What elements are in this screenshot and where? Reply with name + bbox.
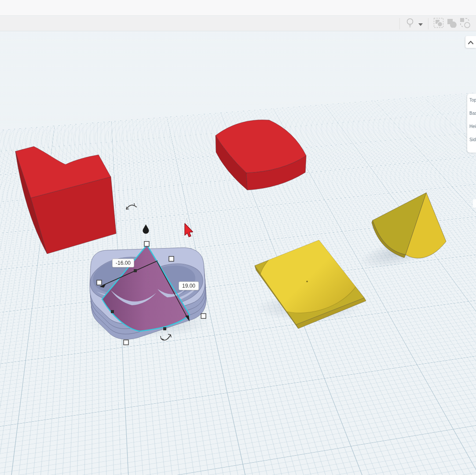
- ungroup-icon: [459, 17, 471, 30]
- shape-inspector-panel[interactable]: Top Bas Hei Side: [467, 94, 476, 153]
- window-top-strip: [0, 0, 476, 16]
- toolbar-separator: [399, 18, 400, 29]
- inspector-field-base: Bas: [467, 110, 476, 124]
- grouped-shape-button[interactable]: [445, 17, 458, 30]
- editor-toolbar: [0, 16, 476, 31]
- group-button[interactable]: [432, 17, 445, 30]
- dimension-label-size[interactable]: 19.00: [179, 281, 199, 290]
- panel-collapse-button[interactable]: [465, 36, 476, 48]
- dropdown-caret-icon: [418, 20, 423, 28]
- show-hidden-dropdown[interactable]: [417, 17, 425, 30]
- lightbulb-icon: [406, 18, 414, 30]
- merged-shape-icon: [447, 18, 457, 29]
- toolbar-separator: [428, 18, 428, 29]
- inspector-field-height: Hei: [467, 124, 476, 137]
- edge-notch: [473, 199, 476, 208]
- dimension-label-offset[interactable]: -16.00: [112, 259, 134, 267]
- show-hidden-button[interactable]: [403, 17, 417, 30]
- inspector-field-sides: Side: [467, 137, 476, 150]
- viewport-canvas[interactable]: [0, 31, 476, 475]
- workplane-grid: [0, 31, 476, 475]
- ungroup-button[interactable]: [458, 17, 472, 30]
- chevron-up-icon: [468, 38, 474, 46]
- inspector-field-top: Top: [467, 97, 476, 110]
- group-select-icon: [433, 18, 444, 30]
